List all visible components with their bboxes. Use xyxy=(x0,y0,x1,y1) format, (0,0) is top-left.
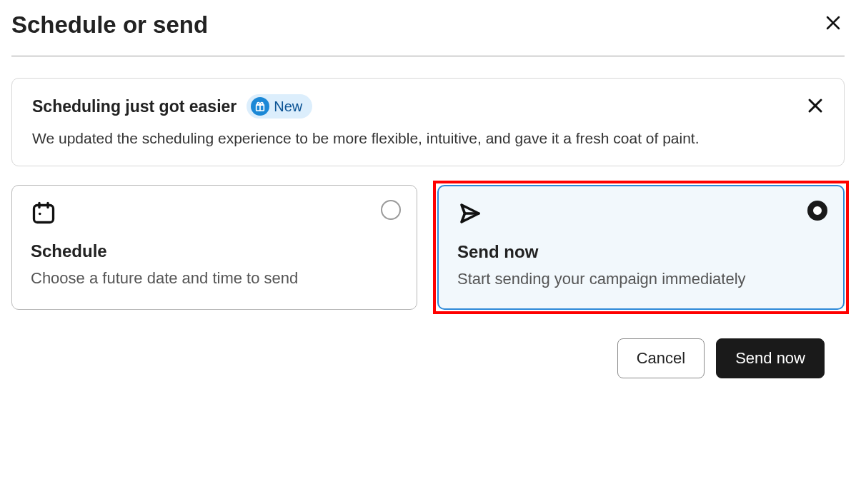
banner-body: We updated the scheduling experience to … xyxy=(32,127,792,150)
dialog-title: Schedule or send xyxy=(11,11,208,39)
cancel-button[interactable]: Cancel xyxy=(617,338,705,378)
gift-icon xyxy=(251,97,269,116)
radio-unselected-icon[interactable] xyxy=(381,200,401,220)
new-badge: New xyxy=(247,94,312,119)
send-now-button[interactable]: Send now xyxy=(716,338,825,378)
dialog-footer: Cancel Send now xyxy=(11,338,845,378)
banner-content: Scheduling just got easier New We update… xyxy=(32,94,792,150)
dialog-header: Schedule or send xyxy=(11,11,845,56)
svg-point-8 xyxy=(39,212,41,215)
option-title: Send now xyxy=(457,242,825,262)
option-title: Schedule xyxy=(31,241,398,261)
radio-selected-icon[interactable] xyxy=(807,201,827,221)
option-send-now[interactable]: Send now Start sending your campaign imm… xyxy=(437,185,845,311)
badge-label: New xyxy=(274,99,302,115)
banner-title-row: Scheduling just got easier New xyxy=(32,94,792,119)
option-desc: Start sending your campaign immediately xyxy=(457,268,825,291)
banner-close-icon[interactable] xyxy=(807,94,824,117)
option-group: Schedule Choose a future date and time t… xyxy=(11,185,845,311)
send-icon xyxy=(457,201,825,229)
info-banner: Scheduling just got easier New We update… xyxy=(11,78,845,166)
option-schedule[interactable]: Schedule Choose a future date and time t… xyxy=(11,185,417,311)
close-icon[interactable] xyxy=(822,11,845,37)
svg-rect-5 xyxy=(34,205,54,222)
banner-title: Scheduling just got easier xyxy=(32,97,237,116)
calendar-icon xyxy=(31,200,398,228)
option-desc: Choose a future date and time to send xyxy=(31,267,398,290)
